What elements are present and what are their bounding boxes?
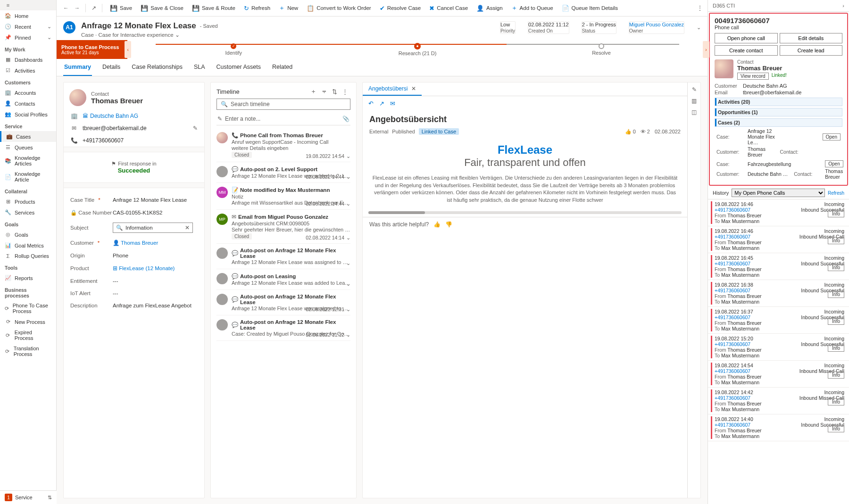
- cti-call-info-btn[interactable]: Info: [828, 237, 844, 244]
- tab-details[interactable]: Details: [101, 59, 121, 76]
- cmd-queue-item-details[interactable]: 📄Queue Item Details: [558, 2, 622, 14]
- field-case_number[interactable]: 🔒 Case NumberCAS-01055-K1K8S2: [70, 206, 198, 219]
- cti-section-header[interactable]: Cases (2): [715, 118, 842, 127]
- field-origin[interactable]: OriginPhone: [70, 249, 198, 262]
- timeline-item[interactable]: 💬Auto-post on Leasing Anfrage 12 Monate …: [216, 269, 350, 290]
- cti-open-case[interactable]: Open: [825, 160, 843, 167]
- timeline-item[interactable]: MP ✉Email from Miguel Pouso Gonzalez Ang…: [216, 210, 350, 244]
- sidepanel-edit[interactable]: ✎: [692, 86, 697, 93]
- timeline-item[interactable]: MM 📝Note modified by Max Mustermann Noti…: [216, 183, 350, 210]
- field-entitlement[interactable]: Entitlement---: [70, 275, 198, 287]
- nav-item-dashboards[interactable]: ▦Dashboards: [0, 54, 56, 65]
- tab-sla[interactable]: SLA: [193, 59, 206, 76]
- cti-call-history-item[interactable]: 19.08.2022 16:37Incoming +491736060607In…: [708, 307, 849, 334]
- nav-forward[interactable]: →: [73, 5, 82, 11]
- nav-item-knowledge-articles[interactable]: 📚Knowledge Articles: [0, 153, 56, 169]
- cmd-cancel-case[interactable]: ✖Cancel Case: [425, 2, 472, 14]
- chevron-down-icon[interactable]: ⌄: [346, 174, 350, 180]
- chevron-down-icon[interactable]: ⌄: [346, 153, 350, 159]
- nav-item-queues[interactable]: ☰Queues: [0, 142, 56, 153]
- cmd-refresh[interactable]: ↻Refresh: [240, 2, 274, 14]
- cti-call-info-btn[interactable]: Info: [828, 318, 844, 325]
- nav-item-social-profiles[interactable]: 👥Social Profiles: [0, 109, 56, 120]
- article-popout[interactable]: ↗: [379, 100, 384, 107]
- timeline-sort[interactable]: ⇅: [330, 88, 340, 95]
- close-tab-icon[interactable]: ✕: [411, 85, 416, 92]
- tab-related[interactable]: Related: [271, 59, 293, 76]
- cmd-save-close[interactable]: 💾Save & Close: [137, 2, 187, 14]
- cti-call-info-btn[interactable]: Info: [828, 210, 844, 217]
- cti-btn-open-phone-call[interactable]: Open phone call: [715, 33, 778, 43]
- attachment-icon[interactable]: 📎: [342, 116, 350, 122]
- cmd-resolve-case[interactable]: ✔Resolve Case: [376, 2, 425, 14]
- cmd-assign[interactable]: 👤Assign: [473, 2, 507, 14]
- timeline-note-input[interactable]: ✎ Enter a note... 📎: [216, 113, 350, 125]
- more-commands[interactable]: ⋮: [697, 5, 703, 11]
- cti-call-info-btn[interactable]: Info: [828, 264, 844, 271]
- nav-recent[interactable]: 🕓Recent⌄: [0, 21, 56, 32]
- cti-call-info-btn[interactable]: Info: [828, 372, 844, 379]
- cti-refresh[interactable]: Refresh: [828, 190, 844, 196]
- article-back[interactable]: ↶: [368, 100, 374, 107]
- cti-call-history-item[interactable]: 19.08.2022 15:20Incoming +491736060607In…: [708, 334, 849, 361]
- process-collapse[interactable]: ‹: [125, 41, 131, 58]
- nav-item-phone-to-case-process[interactable]: ⟳Phone To Case Process: [0, 300, 56, 316]
- cti-call-history-item[interactable]: 19.08.2022 14:42Incoming +491736060607In…: [708, 388, 849, 414]
- contact-name[interactable]: Thomas Breuer: [91, 97, 143, 105]
- tab-summary[interactable]: Summary: [63, 59, 92, 76]
- chevron-down-icon[interactable]: ⌄: [346, 281, 350, 287]
- nav-item-services[interactable]: 🔧Services: [0, 207, 56, 218]
- field-value-link[interactable]: 👤 Thomas Breuer: [113, 240, 198, 246]
- field-case_title[interactable]: Case Title*Anfrage 12 Monate Flex Lease: [70, 194, 198, 206]
- cti-section-header[interactable]: Activities (20): [715, 98, 842, 106]
- cti-btn-create-contact[interactable]: Create contact: [715, 45, 778, 56]
- timeline-more[interactable]: ⋮: [340, 88, 350, 95]
- article-scrollbar[interactable]: [368, 211, 682, 214]
- nav-item-cases[interactable]: 💼Cases: [0, 131, 56, 142]
- thumbs-up-icon[interactable]: 👍 0: [625, 129, 636, 135]
- cti-call-history-item[interactable]: 19.08.2022 16:46Incoming +491736060607In…: [708, 226, 849, 253]
- cmd-save-route[interactable]: 💾Save & Route: [188, 2, 239, 14]
- timeline-item[interactable]: 📞Phone Call from Thomas Breuer Anruf weg…: [216, 128, 350, 162]
- nav-item-accounts[interactable]: 🏢Accounts: [0, 87, 56, 98]
- stage-research[interactable]: Research (21 D): [325, 43, 509, 56]
- tab-customer-assets[interactable]: Customer Assets: [216, 59, 262, 76]
- cti-call-history-item[interactable]: 19.08.2022 16:46Incoming +491736060607In…: [708, 199, 849, 226]
- cti-section-header[interactable]: Opportunities (1): [715, 108, 842, 116]
- field-iot[interactable]: IoT Alert---: [70, 287, 198, 299]
- nav-item-products[interactable]: ⊞Products: [0, 196, 56, 207]
- cti-call-history-item[interactable]: 19.08.2022 14:54Incoming +491736060607In…: [708, 361, 849, 388]
- nav-home[interactable]: 🏠Home: [0, 10, 56, 21]
- cmd-convert-to-work-order[interactable]: 📋Convert to Work Order: [303, 2, 375, 14]
- contact-phone[interactable]: +491736060607: [83, 137, 124, 144]
- nav-item-goals[interactable]: ◎Goals: [0, 229, 56, 240]
- record-subtitle[interactable]: Case · Case for Interactive experience ⌄: [81, 32, 218, 38]
- timeline-filter[interactable]: ⫧: [319, 88, 330, 95]
- process-flag[interactable]: Phone to Case Process Active for 21 days…: [57, 40, 127, 59]
- field-product[interactable]: Product⊞ FlexLease (12 Monate): [70, 262, 198, 275]
- nav-item-reports[interactable]: 📈Reports: [0, 273, 56, 283]
- field-subject[interactable]: Subject🔍Information✕: [70, 219, 198, 236]
- cmd-add-to-queue[interactable]: ＋Add to Queue: [508, 2, 557, 14]
- chevron-down-icon[interactable]: ⌄: [346, 260, 350, 266]
- cmd-new[interactable]: ＋New: [275, 2, 302, 14]
- chevron-down-icon[interactable]: ⌄: [346, 306, 350, 312]
- tab-case-relationships[interactable]: Case Relationships: [131, 59, 183, 76]
- open-new-window[interactable]: ↗: [90, 5, 98, 11]
- thumbs-up-icon[interactable]: 👍: [433, 221, 441, 228]
- article-email[interactable]: ✉: [390, 100, 395, 107]
- nav-hamburger[interactable]: ≡: [0, 0, 56, 10]
- nav-item-new-process[interactable]: ⟳New Process: [0, 316, 56, 327]
- header-meta-value[interactable]: Miguel Pouso Gonzalez: [629, 22, 684, 27]
- chevron-down-icon[interactable]: ⌄: [346, 235, 350, 240]
- chevron-down-icon[interactable]: ⌄: [346, 201, 350, 207]
- nav-pinned[interactable]: 📌Pinned⌄: [0, 32, 56, 43]
- field-customer[interactable]: Customer*👤 Thomas Breuer: [70, 236, 198, 249]
- nav-item-goal-metrics[interactable]: 📊Goal Metrics: [0, 240, 56, 251]
- cti-call-history-item[interactable]: 19.08.2022 16:45Incoming +491736060607In…: [708, 253, 849, 280]
- field-value-link[interactable]: ⊞ FlexLease (12 Monate): [113, 265, 198, 272]
- timeline-item[interactable]: 💬Auto-post on Anfrage 12 Monate Flex Lea…: [216, 244, 350, 269]
- compose-email[interactable]: ✎: [193, 125, 198, 132]
- nav-item-translation-process[interactable]: ⟳Translation Process: [0, 343, 56, 359]
- cti-btn-create-lead[interactable]: Create lead: [780, 45, 843, 56]
